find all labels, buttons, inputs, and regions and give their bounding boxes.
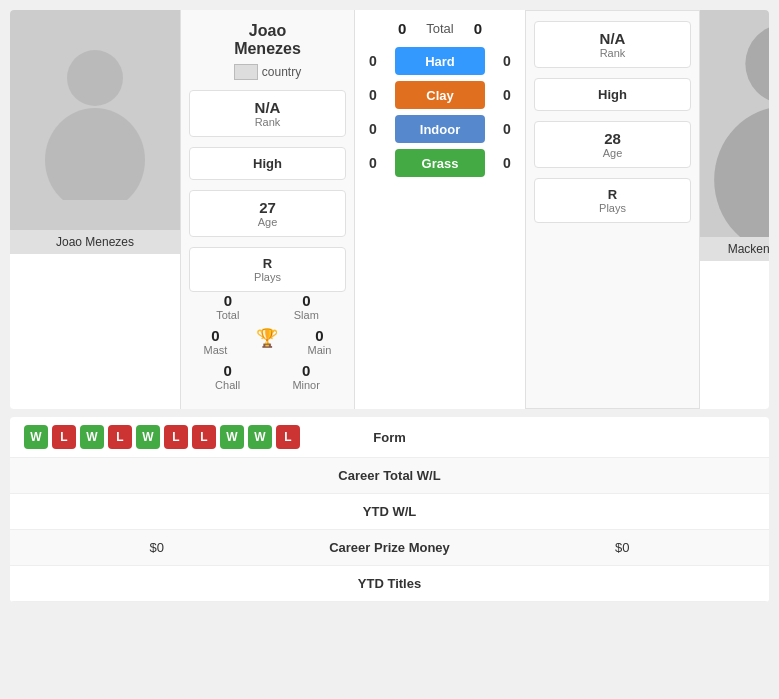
indoor-right-score: 0 xyxy=(497,121,517,137)
career-prize-row: $0 Career Prize Money $0 xyxy=(10,530,769,566)
right-plays-label: Plays xyxy=(543,202,682,214)
center-total-left: 0 xyxy=(398,20,406,37)
left-minor-value: 0 xyxy=(302,362,310,379)
surface-rows: 0 Hard 0 0 Clay 0 0 Indoor xyxy=(363,47,517,177)
grass-badge: Grass xyxy=(395,149,485,177)
left-high-value: High xyxy=(198,156,337,171)
career-total-label: Career Total W/L xyxy=(290,468,490,483)
right-age-label: Age xyxy=(543,147,682,159)
surface-row-grass: 0 Grass 0 xyxy=(363,149,517,177)
left-player-name-below: Joao Menezes xyxy=(10,230,180,254)
ytd-wl-row: YTD W/L xyxy=(10,494,769,530)
form-badge-l: L xyxy=(108,425,132,449)
surface-row-clay: 0 Clay 0 xyxy=(363,81,517,109)
left-main-label: Main xyxy=(308,344,332,356)
hard-right-score: 0 xyxy=(497,53,517,69)
left-rank-label: Rank xyxy=(198,116,337,128)
right-age-block: 28 Age xyxy=(534,121,691,168)
indoor-left-score: 0 xyxy=(363,121,383,137)
clay-right-score: 0 xyxy=(497,87,517,103)
left-plays-label: Plays xyxy=(198,271,337,283)
career-prize-left: $0 xyxy=(24,540,290,555)
ytd-titles-label: YTD Titles xyxy=(290,576,490,591)
left-rank-block: N/ARank xyxy=(189,90,346,137)
left-player-silhouette xyxy=(35,40,155,200)
right-plays-block: R Plays xyxy=(534,178,691,223)
right-player-info: N/A Rank High 28 Age R Plays xyxy=(525,10,700,409)
clay-left-score: 0 xyxy=(363,87,383,103)
career-total-row: Career Total W/L xyxy=(10,458,769,494)
career-prize-label: Career Prize Money xyxy=(290,540,490,555)
hard-left-score: 0 xyxy=(363,53,383,69)
center-section: 0 Total 0 0 Hard 0 0 Clay xyxy=(355,10,525,409)
left-chall-label: Chall xyxy=(215,379,240,391)
left-slam-stat: 0 Slam xyxy=(294,292,319,321)
left-chall-value: 0 xyxy=(223,362,231,379)
form-badge-w: W xyxy=(136,425,160,449)
left-plays-value: R xyxy=(198,256,337,271)
left-mast-stat: 0 Mast xyxy=(204,327,228,356)
left-stat-row-2: 0 Mast 🏆 0 Main xyxy=(189,327,346,356)
center-total-right: 0 xyxy=(474,20,482,37)
left-player-name-header: Joao Menezes xyxy=(234,22,301,58)
left-main-stat: 0 Main xyxy=(308,327,332,356)
left-country: country xyxy=(234,64,301,80)
left-stat-row-3: 0 Chall 0 Minor xyxy=(189,362,346,391)
left-slam-value: 0 xyxy=(302,292,310,309)
left-mast-label: Mast xyxy=(204,344,228,356)
svg-point-1 xyxy=(45,108,145,200)
left-minor-stat: 0 Minor xyxy=(292,362,320,391)
left-trophy: 🏆 xyxy=(256,327,278,356)
left-age-block: 27Age xyxy=(189,190,346,237)
left-main-value: 0 xyxy=(315,327,323,344)
left-player-info: Joao Menezes country N/ARankHigh27AgeRPl… xyxy=(180,10,355,409)
left-stat-row-1: 0 Total 0 Slam xyxy=(189,292,346,321)
svg-point-0 xyxy=(67,50,123,106)
right-rank-block: N/A Rank xyxy=(534,21,691,68)
main-container: Joao Menezes Joao Menezes country N/ARan… xyxy=(0,0,779,612)
left-total-stat: 0 Total xyxy=(216,292,239,321)
right-rank-value: N/A xyxy=(543,30,682,47)
form-badge-l: L xyxy=(164,425,188,449)
form-badge-w: W xyxy=(248,425,272,449)
left-total-value: 0 xyxy=(224,292,232,309)
right-plays-value: R xyxy=(543,187,682,202)
right-player-photo-col: Mackenzie McDonald xyxy=(700,10,769,409)
bottom-section: WLWLWLLWWL Form Career Total W/L YTD W/L… xyxy=(10,417,769,602)
left-plays-block: RPlays xyxy=(189,247,346,292)
left-age-label: Age xyxy=(198,216,337,228)
right-high-value: High xyxy=(543,87,682,102)
grass-left-score: 0 xyxy=(363,155,383,171)
left-age-value: 27 xyxy=(198,199,337,216)
right-player-silhouette xyxy=(700,10,769,237)
left-country-label: country xyxy=(262,65,301,79)
form-badge-l: L xyxy=(52,425,76,449)
left-slam-label: Slam xyxy=(294,309,319,321)
form-badge-w: W xyxy=(80,425,104,449)
ytd-titles-row: YTD Titles xyxy=(10,566,769,602)
form-badges-left: WLWLWLLWWL xyxy=(24,425,330,449)
left-rank-value: N/A xyxy=(198,99,337,116)
left-country-flag xyxy=(234,64,258,80)
grass-right-score: 0 xyxy=(497,155,517,171)
form-label: Form xyxy=(330,430,450,445)
right-player-photo xyxy=(700,10,769,237)
hard-badge: Hard xyxy=(395,47,485,75)
right-rank-label: Rank xyxy=(543,47,682,59)
left-player-photo-col: Joao Menezes xyxy=(10,10,180,409)
form-badge-l: L xyxy=(192,425,216,449)
svg-point-3 xyxy=(714,106,769,236)
left-trophy-icon: 🏆 xyxy=(256,327,278,349)
form-badge-w: W xyxy=(24,425,48,449)
left-minor-label: Minor xyxy=(292,379,320,391)
player-comparison: Joao Menezes Joao Menezes country N/ARan… xyxy=(10,10,769,409)
right-high-block: High xyxy=(534,78,691,111)
career-prize-right: $0 xyxy=(490,540,756,555)
center-total-label: Total xyxy=(426,21,453,36)
clay-badge: Clay xyxy=(395,81,485,109)
indoor-badge: Indoor xyxy=(395,115,485,143)
form-badge-l: L xyxy=(276,425,300,449)
left-mast-value: 0 xyxy=(211,327,219,344)
ytd-wl-label: YTD W/L xyxy=(290,504,490,519)
left-player-photo xyxy=(10,10,180,230)
